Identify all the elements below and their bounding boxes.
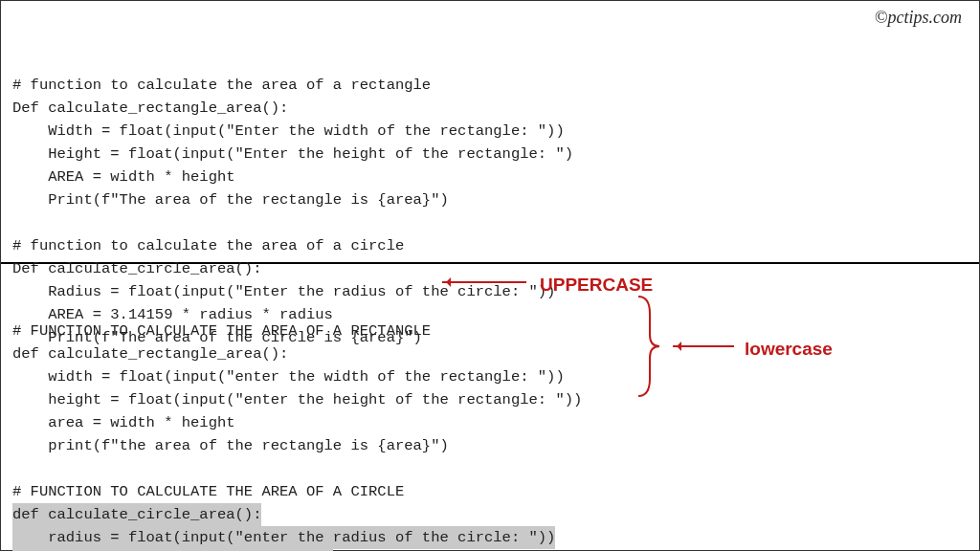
- highlighted-text: radius = float(input("enter the radius o…: [12, 526, 555, 549]
- code-line: Def calculate_rectangle_area():: [12, 97, 968, 120]
- code-line: Width = float(input("Enter the width of …: [12, 120, 968, 143]
- code-line: Print(f"The area of the rectangle is {ar…: [12, 188, 968, 211]
- lowercase-arrow: [673, 345, 734, 347]
- code-line: [12, 211, 968, 234]
- code-line: # function to calculate the area of a ci…: [12, 234, 968, 257]
- brace-icon: [635, 295, 661, 398]
- code-line: area = width * height: [12, 411, 968, 434]
- top-code-pane: ©pctips.com # function to calculate the …: [1, 1, 979, 264]
- highlighted-text: def calculate_circle_area():: [12, 503, 261, 526]
- watermark: ©pctips.com: [875, 5, 962, 32]
- code-line: def calculate_circle_area():: [12, 503, 968, 526]
- uppercase-arrow: [442, 281, 526, 283]
- code-line: radius = float(input("enter the radius o…: [12, 526, 968, 549]
- code-line: # FUNCTION TO CALCULATE THE AREA OF A CI…: [12, 480, 968, 503]
- code-line: AREA = width * height: [12, 165, 968, 188]
- lowercase-label: lowercase: [745, 335, 833, 363]
- viewport: ©pctips.com # function to calculate the …: [0, 0, 980, 551]
- code-line: [12, 457, 968, 480]
- code-line: Height = float(input("Enter the height o…: [12, 143, 968, 165]
- bottom-code-pane: # FUNCTION TO CALCULATE THE AREA OF A RE…: [1, 264, 979, 550]
- code-line: width = float(input("enter the width of …: [12, 365, 968, 388]
- code-line: print(f"the area of the rectangle is {ar…: [12, 434, 968, 457]
- code-line: height = float(input("enter the height o…: [12, 388, 968, 411]
- code-line: # function to calculate the area of a re…: [12, 74, 968, 97]
